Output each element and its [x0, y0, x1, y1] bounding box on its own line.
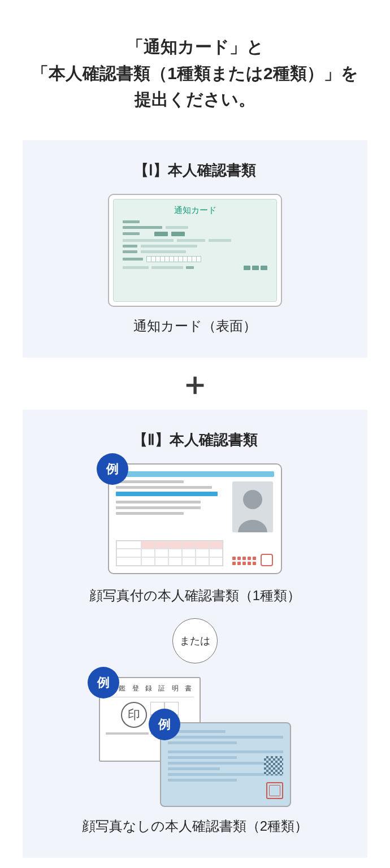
section-1-caption: 通知カード（表面） [40, 317, 350, 335]
photo-id-card [108, 463, 282, 574]
example-badge-1: 例 [97, 453, 128, 485]
section-1-title: 【Ⅰ】本人確認書類 [40, 160, 350, 180]
photo-placeholder-icon [232, 481, 273, 532]
example-badge-2: 例 [88, 667, 119, 698]
seal-mark-icon: 印 [121, 702, 147, 728]
notification-card-label: 通知カード [123, 205, 267, 216]
section-2-panel: 【Ⅱ】本人確認書類 例 顔写真付の本人確認書類（1種類） または [23, 410, 367, 858]
photo-id-caption: 顔写真付の本人確認書類（1種類） [40, 587, 350, 605]
blue-id-card [160, 722, 291, 807]
page-heading: 「通知カード」と 「本人確認書類（1種類または2種類）」を 提出ください。 [23, 34, 367, 113]
notification-card-lines [123, 220, 267, 270]
notification-card-illustration: 通知カード [108, 194, 282, 307]
notification-card-inner: 通知カード [113, 199, 277, 302]
license-grid [116, 540, 223, 566]
example-badge-3: 例 [149, 709, 180, 740]
no-photo-id-caption: 顔写真なしの本人確認書類（2種類） [40, 817, 350, 835]
section-2-title: 【Ⅱ】本人確認書類 [40, 430, 350, 450]
heading-line-2: 「本人確認書類（1種類または2種類）」を [32, 64, 358, 83]
svg-point-0 [243, 490, 262, 509]
photo-id-illustration-wrap: 例 [108, 463, 282, 574]
plus-icon: ＋ [23, 368, 367, 400]
heading-line-1: 「通知カード」と [127, 37, 264, 56]
dots-icon [232, 557, 256, 565]
no-photo-id-illustration: 例 印 鑑 登 録 証 明 書 印 例 [99, 677, 291, 807]
section-1-panel: 【Ⅰ】本人確認書類 通知カード 通知カード（表面） [23, 140, 367, 358]
or-badge: または [172, 618, 218, 663]
heading-line-3: 提出ください。 [135, 90, 255, 108]
seal-icon [261, 554, 273, 566]
qr-code-icon [264, 756, 283, 775]
red-seal-icon [266, 782, 283, 799]
